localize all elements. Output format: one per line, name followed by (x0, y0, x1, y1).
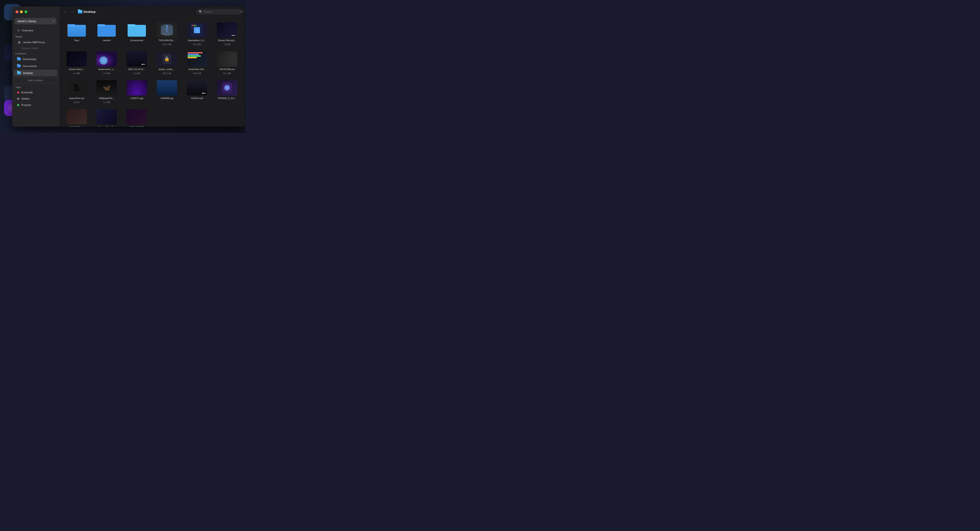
file-item-screenrec1[interactable]: MOV Screen Recordi... 7.8 MB (213, 21, 241, 48)
sidebar-item-downloads[interactable]: Downloads (14, 56, 57, 62)
file-name-screenshots: Screenshots (127, 39, 147, 42)
titlebar (12, 6, 59, 17)
file-item-img2[interactable]: 1049586.jpg (153, 78, 181, 106)
mov-badge: MOV (231, 34, 237, 37)
keepsafe-tag-dot (17, 92, 19, 94)
folder-tauri-icon (67, 23, 86, 38)
file-size-wallpaper: 1.2 MB (103, 101, 110, 103)
breadcrumb-more-button[interactable]: ··· (97, 10, 99, 13)
svg-rect-1 (67, 25, 86, 36)
svg-rect-2 (67, 24, 75, 26)
file-item-a001[interactable]: A001_12150? (123, 107, 151, 127)
breadcrumb: Desktop ··· (78, 10, 194, 13)
file-size-arw: 51.1 MB (223, 72, 231, 74)
svg-rect-3 (97, 25, 116, 36)
sidebar-item-projects[interactable]: Projects (14, 102, 57, 108)
keepsafe-label: Keepsafe (21, 91, 33, 94)
projects-tag-dot (17, 104, 19, 106)
file-item-dreamstime[interactable]: dreamstime_x... 4.4 MB (92, 49, 121, 76)
mp4-badge: MP4 (201, 92, 207, 95)
file-name-mkv: 2022-10-18 01... (127, 68, 147, 71)
file-item-spacedrive[interactable]: → Spacedrive_0.1... 62.2 MB (183, 21, 212, 48)
folder-screenshots-icon (127, 23, 146, 38)
file-name-a001: A001_12150? (127, 126, 147, 127)
library-selector[interactable]: Jamie's Library ▾ (15, 18, 56, 24)
search-input[interactable] (204, 10, 238, 13)
forward-button[interactable]: → (70, 9, 76, 15)
svg-point-13 (161, 32, 173, 36)
file-name-wallpaper: WallpaperDo... (96, 97, 117, 100)
file-item-mkv[interactable]: MKV 2022-10-18 01... 2.6 MB (123, 49, 151, 76)
add-location-button[interactable]: Add Location (14, 77, 57, 84)
file-name-dreamvictim: dream_victim.... (157, 68, 177, 71)
forward-arrow-icon: → (72, 10, 75, 14)
file-size-screenrec2: 2.4 MB (73, 72, 80, 74)
file-size-zip: 623 B (74, 101, 79, 103)
svg-rect-6 (127, 24, 135, 26)
svg-point-16 (166, 30, 168, 32)
minimize-button[interactable] (20, 10, 23, 13)
file-item-app[interactable]: 0NSWQ_G_P.p... (213, 78, 241, 106)
file-item-arw[interactable]: SA702768.arw 51.1 MB (213, 49, 241, 76)
maximize-button[interactable] (24, 10, 27, 13)
file-grid: Tauri random (59, 17, 245, 127)
svg-point-14 (166, 25, 168, 27)
locations-section-label: Locations (12, 51, 59, 55)
db-icon (160, 24, 174, 36)
sidebar-item-node[interactable]: 🖥 Jamies-MBP.local... (14, 39, 57, 45)
file-name-screenshot2: Screen Shot 2... (96, 126, 117, 127)
file-name-mp4: C0234.mp4 (187, 97, 207, 100)
svg-rect-5 (127, 25, 146, 36)
computer-icon: 🖥 (17, 40, 21, 44)
file-size-db: 106.2 MB (162, 43, 172, 46)
folder-desktop-icon (17, 71, 21, 75)
file-name-img2: 1049586.jpg (157, 97, 177, 100)
file-item-tauri[interactable]: Tauri (62, 21, 91, 48)
sidebar-item-overview-label: Overview (22, 29, 33, 32)
file-size-mkv: 2.6 MB (134, 72, 140, 74)
file-item-zip[interactable]: 🗜 spacedrive.zip 623 B (62, 78, 91, 106)
sidebar-item-documents[interactable]: Documents (14, 63, 57, 69)
folder-random-icon (97, 23, 116, 38)
breadcrumb-title: Desktop (84, 10, 95, 13)
mkv-badge: MKV (140, 63, 146, 66)
toolbar: ← → Desktop ··· 🔍 ⌘F (59, 6, 245, 17)
close-button[interactable] (16, 10, 18, 13)
file-item-wallpaper[interactable]: 🦋 WallpaperDo... 1.2 MB (92, 78, 121, 106)
file-item-screenshots[interactable]: Screenshots (123, 21, 151, 48)
sidebar: Jamie's Library ▾ ⊙ Overview Nodes 🖥 Jam… (12, 6, 59, 127)
sidebar-desktop-label: Desktop (23, 71, 33, 74)
file-name-cleanshot: CleanShot 202... (187, 68, 207, 71)
sidebar-item-keepsafe[interactable]: Keepsafe (14, 89, 57, 95)
back-button[interactable]: ← (62, 9, 68, 15)
sidebar-item-hidden[interactable]: Hidden (14, 96, 57, 101)
file-item-random[interactable]: random (92, 21, 121, 48)
file-name-screenrec1: Screen Recordi... (217, 39, 237, 42)
file-name-dreamstime: dreamstime_x... (96, 68, 117, 71)
file-item-db[interactable]: 7923c368-85c... 106.2 MB (153, 21, 181, 48)
file-name-arw: SA702768.arw (217, 68, 237, 71)
file-item-sport[interactable]: IMAG0068.jpg (62, 107, 91, 127)
file-item-cleanshot[interactable]: CleanShot 202... 748.6 kB (183, 49, 212, 76)
file-item-mp4[interactable]: MP4 C0234.mp4 (183, 78, 212, 106)
sidebar-item-desktop[interactable]: Desktop (14, 70, 57, 76)
file-item-img1[interactable]: 1193271.jpg (123, 78, 151, 106)
file-item-dreamvictim[interactable]: 🔒 dream_victim.... 820.3 kB (153, 49, 181, 76)
file-item-screenrec2[interactable]: Screen Reco... 2.4 MB (62, 49, 91, 76)
file-name-sport: IMAG0068.jpg (67, 126, 87, 127)
file-item-screenshot2[interactable]: Screen Shot 2... (92, 107, 121, 127)
file-name-img1: 1193271.jpg (127, 97, 147, 100)
sidebar-node-name: Jamies-MBP.local... (23, 41, 47, 44)
breadcrumb-folder-icon (78, 10, 82, 13)
search-bar[interactable]: 🔍 ⌘F (196, 9, 241, 14)
folder-documents-icon (17, 64, 21, 68)
file-name-random: random (96, 39, 117, 42)
projects-label: Projects (21, 103, 31, 106)
hidden-label: Hidden (21, 97, 30, 100)
sidebar-item-overview[interactable]: ⊙ Overview (14, 27, 57, 33)
file-name-screenrec2: Screen Reco... (67, 68, 87, 71)
folder-downloads-icon (17, 57, 21, 61)
main-window: Jamie's Library ▾ ⊙ Overview Nodes 🖥 Jam… (12, 6, 245, 127)
connect-node-button[interactable]: Connect Node (12, 46, 59, 51)
sidebar-documents-label: Documents (23, 65, 37, 68)
